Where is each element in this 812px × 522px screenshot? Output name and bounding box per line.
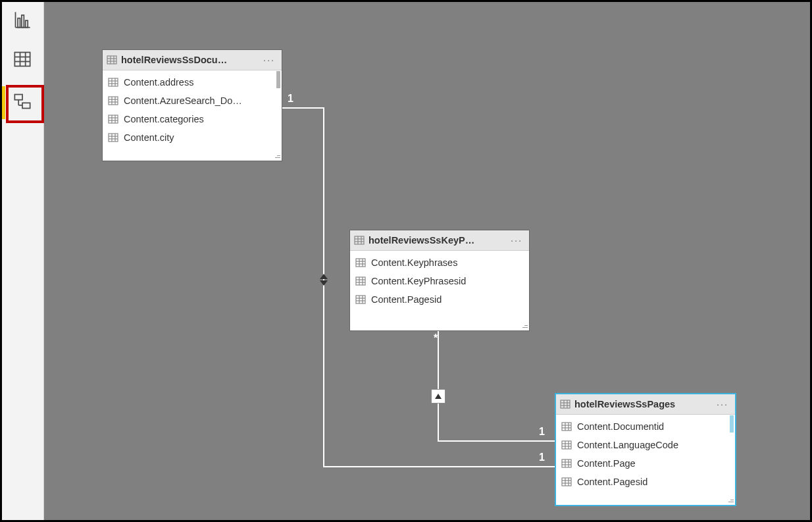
field-list: Content.Documentid Content.LanguageCode … <box>556 415 735 492</box>
table-header[interactable]: hotelReviewsSsPages ··· <box>556 394 735 415</box>
resize-grip[interactable] <box>274 153 281 160</box>
field-item[interactable]: Content.categories <box>103 110 282 128</box>
svg-rect-29 <box>109 115 118 123</box>
field-item[interactable]: Content.AzureSearch_Do… <box>103 91 282 110</box>
svg-rect-69 <box>562 441 571 449</box>
cardinality-one: 1 <box>539 426 545 438</box>
cardinality-one: 1 <box>539 452 545 463</box>
field-item[interactable]: Content.address <box>103 73 282 91</box>
scrollbar-thumb[interactable] <box>730 415 734 432</box>
table-card-keyp[interactable]: hotelReviewsSsKeyP… ··· Content.Keyphras… <box>349 230 530 331</box>
svg-rect-24 <box>109 97 118 105</box>
svg-rect-74 <box>562 459 571 467</box>
nav-active-indicator <box>2 86 5 119</box>
filter-direction-both-icon <box>317 272 330 288</box>
field-item[interactable]: Content.LanguageCode <box>556 436 735 454</box>
svg-rect-2 <box>18 18 20 28</box>
table-card-docu[interactable]: hotelReviewsSsDocu… ··· Content.address … <box>102 49 282 161</box>
svg-rect-3 <box>22 15 24 28</box>
svg-rect-64 <box>562 423 571 431</box>
field-item[interactable]: Content.Keyphrases <box>350 253 529 272</box>
more-button[interactable]: ··· <box>261 55 278 65</box>
svg-rect-79 <box>562 478 571 486</box>
field-item[interactable]: Content.Page <box>556 454 735 473</box>
svg-rect-34 <box>109 134 118 142</box>
cardinality-one: 1 <box>288 93 293 105</box>
svg-rect-10 <box>14 95 22 100</box>
field-list: Content.address Content.AzureSearch_Do… … <box>103 70 282 148</box>
table-header[interactable]: hotelReviewsSsKeyP… ··· <box>350 230 529 251</box>
field-item[interactable]: Content.KeyPhrasesid <box>350 272 529 290</box>
table-icon <box>13 50 32 68</box>
field-item[interactable]: Content.city <box>103 128 282 147</box>
svg-rect-44 <box>356 259 365 267</box>
svg-rect-11 <box>22 103 30 108</box>
nav-rail <box>2 2 44 520</box>
model-icon <box>13 92 32 111</box>
svg-rect-4 <box>26 20 28 27</box>
bar-chart-icon <box>13 11 32 29</box>
resize-grip[interactable] <box>522 323 528 330</box>
model-canvas[interactable]: 1 1 * 1 hotelReviewsSsDocu… ··· <box>44 2 810 520</box>
table-card-pages[interactable]: hotelReviewsSsPages ··· Content.Document… <box>555 393 736 506</box>
table-icon <box>354 236 365 245</box>
svg-rect-39 <box>355 236 364 244</box>
more-button[interactable]: ··· <box>714 399 731 409</box>
resize-grip[interactable] <box>728 498 734 504</box>
table-title: hotelReviewsSsKeyP… <box>368 235 508 246</box>
svg-rect-5 <box>14 53 30 66</box>
nav-model-view-button[interactable] <box>7 86 38 117</box>
table-title: hotelReviewsSsDocu… <box>121 55 261 65</box>
svg-rect-54 <box>356 296 365 303</box>
svg-rect-59 <box>561 400 570 408</box>
nav-data-view-button[interactable] <box>7 44 38 74</box>
table-icon <box>107 55 117 65</box>
cardinality-many: * <box>434 332 438 344</box>
more-button[interactable]: ··· <box>508 235 525 246</box>
table-title: hotelReviewsSsPages <box>574 399 714 409</box>
field-item[interactable]: Content.Documentid <box>556 417 735 436</box>
table-header[interactable]: hotelReviewsSsDocu… ··· <box>103 50 282 70</box>
field-item[interactable]: Content.Pagesid <box>350 290 529 309</box>
filter-direction-single-icon <box>431 389 445 404</box>
svg-rect-19 <box>109 78 118 86</box>
nav-report-view-button[interactable] <box>7 5 38 35</box>
table-icon <box>560 400 571 409</box>
svg-rect-49 <box>356 277 365 285</box>
scrollbar-thumb[interactable] <box>276 71 280 88</box>
svg-rect-14 <box>107 56 116 64</box>
field-list: Content.Keyphrases Content.KeyPhrasesid … <box>350 251 529 310</box>
field-item[interactable]: Content.Pagesid <box>556 473 735 491</box>
